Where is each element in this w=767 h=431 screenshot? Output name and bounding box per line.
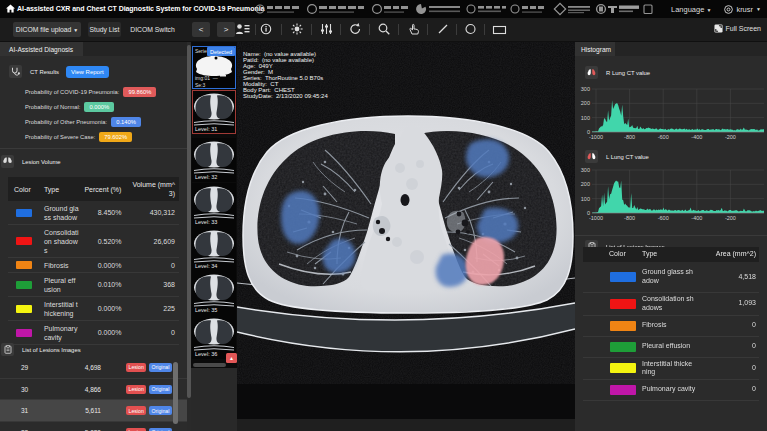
svg-text:-400: -400 bbox=[691, 134, 702, 140]
svg-text:100: 100 bbox=[581, 196, 590, 202]
svg-text:-200: -200 bbox=[725, 215, 736, 221]
svg-text:-1000: -1000 bbox=[589, 215, 603, 221]
svg-text:200: 200 bbox=[581, 181, 590, 187]
svg-text:-600: -600 bbox=[658, 215, 669, 221]
svg-text:-400: -400 bbox=[691, 215, 702, 221]
svg-text:-800: -800 bbox=[624, 134, 635, 140]
svg-text:300: 300 bbox=[581, 86, 590, 92]
svg-text:100: 100 bbox=[581, 115, 590, 121]
svg-text:-200: -200 bbox=[725, 134, 736, 140]
svg-text:0: 0 bbox=[587, 210, 590, 216]
svg-text:0: 0 bbox=[587, 129, 590, 135]
svg-text:300: 300 bbox=[581, 167, 590, 173]
svg-text:-1000: -1000 bbox=[589, 134, 603, 140]
svg-text:-800: -800 bbox=[624, 215, 635, 221]
svg-text:200: 200 bbox=[581, 100, 590, 106]
svg-text:-600: -600 bbox=[658, 134, 669, 140]
